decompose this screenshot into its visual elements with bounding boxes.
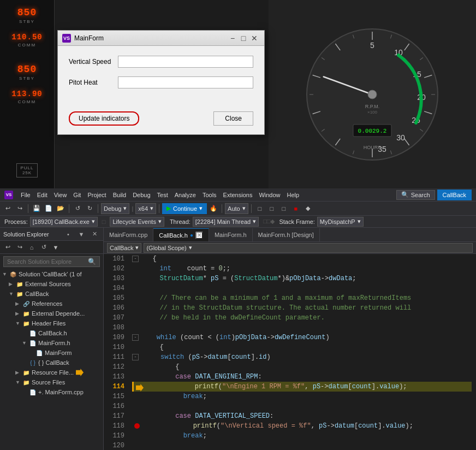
sidebar-item-callback-braces[interactable]: ▶ { } { } CallBack bbox=[0, 358, 103, 368]
toolbar-btn-extra1[interactable]: □ bbox=[254, 203, 265, 214]
radio-label-4: COMM bbox=[18, 99, 36, 104]
sidebar-item-solution[interactable]: ▼ 📦 Solution 'CallBack' (1 of bbox=[0, 269, 103, 279]
toolbar-btn-extra2[interactable]: □ bbox=[266, 203, 277, 214]
vs-callback-button[interactable]: CallBack bbox=[437, 190, 472, 200]
debug-config-dropdown[interactable]: Debug ▾ bbox=[101, 203, 129, 214]
vertical-speed-input[interactable] bbox=[118, 56, 253, 68]
svg-text:R.P.M.: R.P.M. bbox=[365, 104, 379, 109]
lifecycle-chevron-icon: ▾ bbox=[158, 218, 162, 225]
sidebar-filter-button[interactable]: ▼ bbox=[50, 242, 61, 253]
sidebar-refresh-button[interactable]: ↺ bbox=[38, 242, 49, 253]
code-editor[interactable]: 101 102 103 104 105 106 107 108 109 110 … bbox=[104, 254, 476, 450]
vs-search-box[interactable]: 🔍 Search bbox=[396, 190, 435, 200]
namespace-dropdown[interactable]: CallBack ▾ bbox=[107, 243, 141, 253]
tab-callback-h-close[interactable]: ✕ bbox=[195, 232, 203, 239]
toolbar-back-button[interactable]: ↩ bbox=[2, 203, 13, 214]
sidebar-item-mainform-h[interactable]: ▼ 📄 MainForm.h bbox=[0, 338, 103, 348]
rpm-gauge: 5 10 15 20 25 30 35 0.0029.2 R.P bbox=[301, 23, 443, 165]
menu-extensions[interactable]: Extensions bbox=[220, 188, 256, 201]
sidebar-back-button[interactable]: ↩ bbox=[2, 242, 13, 253]
radio-label-3: STBY bbox=[19, 76, 35, 81]
sidebar-item-source-files[interactable]: ▼ 📁 Source Files bbox=[0, 377, 103, 387]
sidebar-pin-button[interactable]: • bbox=[63, 229, 74, 240]
close-form-button[interactable]: Close bbox=[213, 111, 253, 126]
pitot-heat-row: Pitot Heat bbox=[69, 76, 253, 88]
tab-callback-h[interactable]: CallBack.h ● ✕ bbox=[153, 228, 209, 241]
menu-tools[interactable]: Tools bbox=[199, 188, 220, 201]
dialog-maximize-button[interactable]: □ bbox=[238, 33, 249, 44]
toolbar-btn-extra3[interactable]: □ bbox=[278, 203, 289, 214]
radio-display-4: 113.90 bbox=[11, 90, 42, 98]
menu-file[interactable]: File bbox=[17, 188, 34, 201]
sidebar-item-mainform-sub[interactable]: ▶ 📄 MainForm bbox=[0, 348, 103, 358]
lifecycle-dropdown[interactable]: Lifecycle Events ▾ bbox=[110, 217, 164, 227]
stack-dropdown[interactable]: MyDispatchP ▾ bbox=[317, 217, 364, 227]
fold-111[interactable]: - bbox=[132, 354, 139, 360]
vs-processbar: Process: [18920] CallBack.exe ▾ □ Lifecy… bbox=[0, 216, 476, 228]
toolbar-open-button[interactable]: 📂 bbox=[55, 203, 66, 214]
menu-edit[interactable]: Edit bbox=[34, 188, 51, 201]
menu-git[interactable]: Git bbox=[70, 188, 84, 201]
menu-view[interactable]: View bbox=[51, 188, 70, 201]
radio-display-2: 110.50 bbox=[11, 33, 42, 42]
rpm-gauge-area: 5 10 15 20 25 30 35 0.0029.2 R.P bbox=[269, 0, 476, 188]
sidebar-item-callback-h[interactable]: ▶ 📄 CallBack.h bbox=[0, 328, 103, 338]
hot-reload-button[interactable]: 🔥 bbox=[208, 203, 219, 214]
toolbar-save-button[interactable]: 💾 bbox=[31, 203, 42, 214]
flight-panel: 850 STBY 110.50 COMM 850 STBY 113.90 COM… bbox=[0, 0, 476, 188]
auto-dropdown[interactable]: Auto ▾ bbox=[225, 203, 248, 214]
code-lines: 101 102 103 104 105 106 107 108 109 110 … bbox=[104, 254, 476, 450]
sidebar-item-references[interactable]: ▶ 🔗 References bbox=[0, 299, 103, 309]
dialog-titlebar: VS MainForm − □ ✕ bbox=[58, 31, 264, 46]
tab-mainform-cpp-label: MainForm.cpp bbox=[109, 232, 147, 238]
menu-debug[interactable]: Debug bbox=[129, 188, 153, 201]
toolbar-btn-extra4[interactable]: ■ bbox=[290, 203, 301, 214]
sidebar-forward-button[interactable]: ↪ bbox=[14, 242, 25, 253]
ext-src-arrow: ▶ bbox=[9, 281, 15, 287]
menu-project[interactable]: Project bbox=[84, 188, 109, 201]
tab-mainform-cpp[interactable]: MainForm.cpp bbox=[104, 228, 153, 241]
svg-text:5: 5 bbox=[370, 41, 374, 50]
toolbar-save-all-button[interactable]: 📄 bbox=[43, 203, 54, 214]
sidebar-item-callback-project[interactable]: ▼ 📁 CallBack bbox=[0, 289, 103, 299]
menu-help[interactable]: Help bbox=[284, 188, 303, 201]
search-label: Search bbox=[411, 192, 430, 198]
code-content[interactable]: - { int count = 0;; StructDatum* pS = (S… bbox=[128, 254, 476, 450]
tab-mainform-h[interactable]: MainForm.h bbox=[209, 228, 253, 241]
menu-window[interactable]: Window bbox=[255, 188, 283, 201]
tab-mainform-design[interactable]: MainForm.h [Design] bbox=[253, 228, 320, 241]
update-indicators-button[interactable]: Update indicators bbox=[69, 111, 139, 126]
code-line-114: printf("\nEngine 1 RPM = %f", pS->datum[… bbox=[132, 382, 472, 392]
continue-label: Continue bbox=[173, 205, 197, 212]
toolbar-btn-extra5[interactable]: ◆ bbox=[302, 203, 313, 214]
pitot-heat-input[interactable] bbox=[118, 76, 253, 88]
sidebar-item-external-sources[interactable]: ▶ 📁 External Sources bbox=[0, 279, 103, 289]
sidebar-search-box[interactable]: 🔍 bbox=[3, 256, 100, 267]
fold-109[interactable]: - bbox=[132, 334, 139, 341]
sidebar-item-external-dep[interactable]: ▶ 📁 External Depende... bbox=[0, 309, 103, 318]
sidebar-home-button[interactable]: ⌂ bbox=[26, 242, 37, 253]
thread-dropdown[interactable]: [22284] Main Thread ▾ bbox=[193, 217, 259, 227]
sidebar-item-header-files[interactable]: ▼ 📁 Header Files bbox=[0, 318, 103, 328]
dialog-minimize-button[interactable]: − bbox=[227, 33, 238, 44]
editor-area: MainForm.cpp CallBack.h ● ✕ MainForm.h M… bbox=[104, 228, 476, 450]
sidebar-collapse-button[interactable]: ▼ bbox=[76, 229, 87, 240]
sidebar-item-resource-files[interactable]: ▶ 📁 Resource File... bbox=[0, 368, 103, 377]
menu-analyze[interactable]: Analyze bbox=[171, 188, 199, 201]
sidebar-search-input[interactable] bbox=[7, 258, 88, 265]
process-dropdown[interactable]: [18920] CallBack.exe ▾ bbox=[30, 217, 98, 227]
scope-bar: CallBack ▾ (Global Scope) ▾ bbox=[104, 242, 476, 254]
toolbar-forward-button[interactable]: ↪ bbox=[14, 203, 25, 214]
platform-dropdown[interactable]: x64 ▾ bbox=[135, 203, 156, 214]
menu-build[interactable]: Build bbox=[110, 188, 129, 201]
toolbar-redo-button[interactable]: ↻ bbox=[84, 203, 95, 214]
sidebar-close-button[interactable]: ✕ bbox=[89, 229, 100, 240]
fold-101[interactable]: - bbox=[132, 256, 139, 262]
menu-test[interactable]: Test bbox=[154, 188, 171, 201]
continue-button[interactable]: ▶ Continue ▾ bbox=[162, 203, 207, 214]
dialog-close-button[interactable]: ✕ bbox=[249, 33, 260, 44]
toolbar-undo-button[interactable]: ↺ bbox=[72, 203, 83, 214]
sidebar-item-mainform-cpp[interactable]: ▶ 📄 +. MainForm.cpp bbox=[0, 387, 103, 397]
scope-dropdown[interactable]: (Global Scope) ▾ bbox=[144, 243, 473, 253]
process-label: Process: bbox=[4, 218, 28, 225]
